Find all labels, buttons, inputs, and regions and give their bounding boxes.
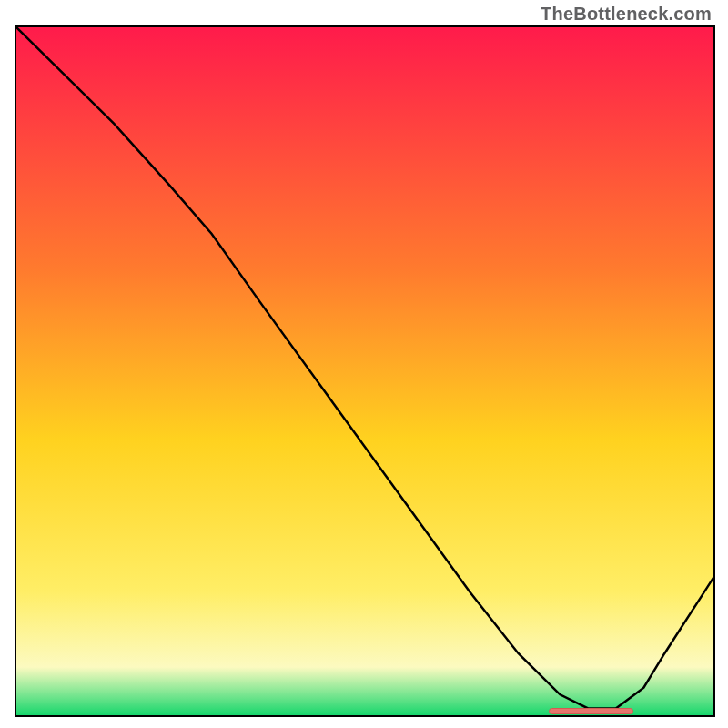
plot-area [15,25,715,717]
watermark-text: TheBottleneck.com [541,4,712,25]
chart-container: TheBottleneck.com [0,0,728,728]
plot-svg [16,27,713,715]
bottleneck-marker [549,708,632,714]
